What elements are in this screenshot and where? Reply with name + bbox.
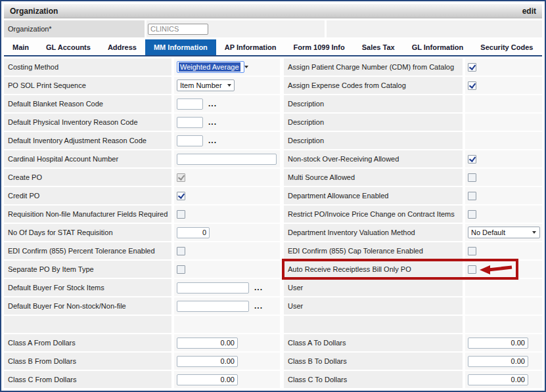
field-label: User xyxy=(284,279,463,296)
form-row-default-buyer-for-non-stock-non-file: Default Buyer For Non-stock/Non-file... xyxy=(4,297,280,315)
form-row-credit-po: Credit PO xyxy=(4,187,280,204)
default-physical-inventory-reason-code-lookup-ellipsis-button[interactable]: ... xyxy=(208,120,217,125)
field-label: Description xyxy=(284,132,463,149)
form-row-default-inventory-adjustment-reason-code: Default Inventory Adjustment Reason Code… xyxy=(4,132,280,149)
field-label: Separate PO By Item Type xyxy=(4,261,171,278)
multi-source-allowed-checkbox[interactable] xyxy=(468,173,476,182)
form-row-blank xyxy=(284,316,542,333)
edi-confirm-855-percent-tolerance-enabled-value-cell xyxy=(174,242,280,259)
class-a-to-dollars-value-cell xyxy=(465,334,542,351)
default-blanket-reason-code-input[interactable] xyxy=(177,98,203,110)
form-row-costing-method: Costing MethodWeighted Average xyxy=(4,58,280,76)
edi-confirm-855-percent-tolerance-enabled-checkbox[interactable] xyxy=(177,247,185,255)
assign-patient-charge-number-cdm-from-catalog-checkbox[interactable] xyxy=(468,63,476,72)
field-label: Auto Receive Receiptless Bill Only PO xyxy=(284,261,463,278)
tab-address[interactable]: Address xyxy=(99,39,145,55)
form-row-edi-confirm-855-cap-tolerance-enabled: EDI Confirm (855) Cap Tolerance Enabled xyxy=(284,242,542,259)
auto-receive-receiptless-bill-only-po-value-cell xyxy=(465,261,542,278)
edit-link[interactable]: edit xyxy=(522,7,536,16)
field-label: Restrict PO/Invoice Price Change on Cont… xyxy=(284,206,463,223)
class-a-to-dollars-input[interactable] xyxy=(468,338,528,349)
organization-field-row: Organization* xyxy=(4,20,542,37)
tab-gl-information[interactable]: GL Information xyxy=(403,39,472,55)
field-label xyxy=(4,316,171,333)
field-label: Class A From Dollars xyxy=(4,334,171,351)
default-blanket-reason-code-lookup-ellipsis-button[interactable]: ... xyxy=(208,101,217,106)
requisition-non-file-manufacturer-fields-required-checkbox[interactable] xyxy=(177,210,185,219)
assign-patient-charge-number-cdm-from-catalog-value-cell xyxy=(465,58,542,76)
form-row-no-of-days-for-stat-requisition: No Of Days for STAT Requisition xyxy=(4,224,280,241)
assign-expense-codes-from-catalog-value-cell xyxy=(465,77,542,94)
description-value-cell xyxy=(465,95,542,112)
blank-value-cell xyxy=(465,316,542,333)
form-row-description: Description xyxy=(284,95,542,112)
separate-po-by-item-type-checkbox[interactable] xyxy=(177,265,185,274)
field-label: Non-stock Over-Receiving Allowed xyxy=(284,150,463,167)
costing-method-select[interactable]: Weighted Average xyxy=(177,61,244,73)
class-c-to-dollars-value-cell xyxy=(465,371,542,388)
restrict-po-invoice-price-change-on-contract-items-checkbox[interactable] xyxy=(468,210,476,219)
tab-ap-information[interactable]: AP Information xyxy=(216,39,285,55)
field-label: Default Buyer For Non-stock/Non-file xyxy=(4,297,171,315)
credit-po-checkbox[interactable] xyxy=(177,192,185,200)
default-inventory-adjustment-reason-code-lookup-ellipsis-button[interactable]: ... xyxy=(208,138,217,143)
organization-input[interactable] xyxy=(148,24,208,35)
tab-security-codes[interactable]: Security Codes xyxy=(472,39,541,55)
form-row-class-a-from-dollars: Class A From Dollars xyxy=(4,334,280,351)
create-po-checkbox xyxy=(177,173,185,182)
form-row-auto-receive-receiptless-bill-only-po: Auto Receive Receiptless Bill Only PO xyxy=(284,261,542,278)
field-label: Create PO xyxy=(4,169,171,186)
form-row-department-inventory-valuation-method: Department Inventory Valuation MethodNo … xyxy=(284,224,542,241)
mm-information-form: Costing MethodWeighted AveragePO SOL Pri… xyxy=(4,58,542,389)
field-label: Class A To Dollars xyxy=(284,334,463,351)
po-sol-print-sequence-select[interactable]: Item Number xyxy=(177,79,235,91)
organization-row-filler xyxy=(327,20,542,37)
edi-confirm-855-cap-tolerance-enabled-checkbox[interactable] xyxy=(468,247,476,255)
blank-value-cell xyxy=(174,316,280,333)
costing-method-value-cell: Weighted Average xyxy=(174,58,280,76)
department-inventory-valuation-method-select[interactable]: No Default xyxy=(468,227,540,238)
field-label: Default Physical Inventory Reason Code xyxy=(4,114,171,131)
field-label: Class B To Dollars xyxy=(284,353,463,370)
form-row-multi-source-allowed: Multi Source Allowed xyxy=(284,169,542,186)
default-physical-inventory-reason-code-input[interactable] xyxy=(177,117,203,128)
non-stock-over-receiving-allowed-checkbox[interactable] xyxy=(468,155,476,163)
form-row-user: User xyxy=(284,279,542,296)
form-row-edi-confirm-855-percent-tolerance-enabled: EDI Confirm (855) Percent Tolerance Enab… xyxy=(4,242,280,259)
chevron-down-icon xyxy=(244,66,248,68)
default-buyer-for-non-stock-non-file-lookup-ellipsis-button[interactable]: ... xyxy=(254,303,263,309)
field-label: Cardinal Hospital Account Number xyxy=(4,150,171,167)
user-value-cell xyxy=(465,297,542,315)
organization-window: Organization edit Organization* MainGL A… xyxy=(0,0,546,392)
class-a-from-dollars-input[interactable] xyxy=(177,338,238,349)
user-value-cell xyxy=(465,279,542,296)
tab-sales-tax[interactable]: Sales Tax xyxy=(353,39,403,55)
department-allowance-enabled-checkbox[interactable] xyxy=(468,192,476,200)
no-of-days-for-stat-requisition-input[interactable] xyxy=(177,227,210,238)
tab-form-1099-info[interactable]: Form 1099 Info xyxy=(284,39,353,55)
class-c-from-dollars-input[interactable] xyxy=(177,374,238,385)
assign-expense-codes-from-catalog-checkbox[interactable] xyxy=(468,81,476,90)
class-b-to-dollars-input[interactable] xyxy=(468,356,528,367)
default-buyer-for-non-stock-non-file-input[interactable] xyxy=(177,301,249,312)
default-inventory-adjustment-reason-code-input[interactable] xyxy=(177,135,203,146)
tab-main[interactable]: Main xyxy=(4,39,37,55)
auto-receive-receiptless-bill-only-po-checkbox[interactable] xyxy=(468,265,476,274)
class-b-from-dollars-input[interactable] xyxy=(177,356,238,367)
tab-gl-accounts[interactable]: GL Accounts xyxy=(37,39,99,55)
page-title: Organization xyxy=(10,7,58,16)
default-buyer-for-stock-items-lookup-ellipsis-button[interactable]: ... xyxy=(254,285,263,290)
requisition-non-file-manufacturer-fields-required-value-cell xyxy=(174,206,280,223)
field-label: Requisition Non-file Manufacturer Fields… xyxy=(4,206,171,223)
description-value-cell xyxy=(465,132,542,149)
edi-confirm-855-cap-tolerance-enabled-value-cell xyxy=(465,242,542,259)
form-row-class-c-from-dollars: Class C From Dollars xyxy=(4,371,280,388)
tab-mm-information[interactable]: MM Information xyxy=(145,39,216,55)
form-row-separate-po-by-item-type: Separate PO By Item Type xyxy=(4,261,280,278)
cardinal-hospital-account-number-input[interactable] xyxy=(177,154,277,165)
form-row-class-a-to-dollars: Class A To Dollars xyxy=(284,334,542,351)
class-c-to-dollars-input[interactable] xyxy=(468,374,528,385)
form-row-non-stock-over-receiving-allowed: Non-stock Over-Receiving Allowed xyxy=(284,150,542,167)
default-buyer-for-stock-items-input[interactable] xyxy=(177,282,249,294)
default-physical-inventory-reason-code-value-cell: ... xyxy=(174,114,280,131)
